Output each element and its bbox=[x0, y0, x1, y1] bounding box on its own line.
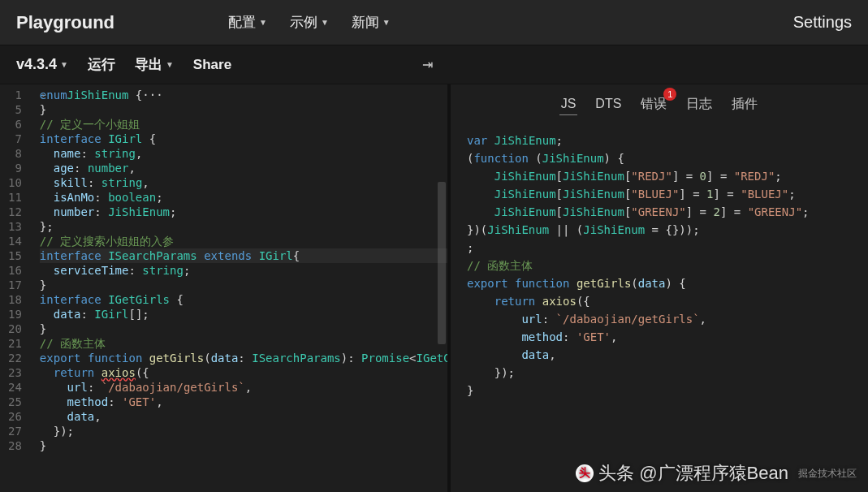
caret-down-icon: ▼ bbox=[321, 18, 329, 27]
scrollbar-vertical[interactable] bbox=[438, 182, 446, 344]
version-selector[interactable]: v4.3.4▼ bbox=[16, 56, 68, 73]
nav-config[interactable]: 配置▼ bbox=[228, 13, 267, 32]
run-arrow-icon[interactable]: ⇥ bbox=[422, 57, 433, 72]
editor-pane: 1567891011121314151617181920212223242526… bbox=[0, 84, 451, 492]
fold-icon[interactable]: › bbox=[41, 88, 46, 103]
tab-plugins[interactable]: 插件 bbox=[730, 93, 759, 116]
output-pane: JS DTS 错误 1 日志 插件 var JiShiEnum;(functio… bbox=[451, 84, 868, 492]
version-label: v4.3.4 bbox=[16, 56, 57, 73]
line-gutter: 1567891011121314151617181920212223242526… bbox=[0, 84, 28, 492]
tab-label: 错误 bbox=[641, 97, 667, 110]
tab-dts[interactable]: DTS bbox=[594, 93, 623, 114]
tab-js[interactable]: JS bbox=[559, 93, 578, 115]
nav-news[interactable]: 新闻▼ bbox=[352, 13, 391, 32]
caret-down-icon: ▼ bbox=[60, 60, 68, 69]
nav-label: 配置 bbox=[228, 13, 256, 32]
watermark-small: 掘金技术社区 bbox=[798, 467, 857, 481]
run-button[interactable]: 运行 bbox=[88, 55, 115, 74]
export-label: 导出 bbox=[135, 55, 162, 74]
watermark-text: 头条 @广漂程序猿Bean bbox=[598, 461, 788, 486]
export-button[interactable]: 导出▼ bbox=[135, 55, 174, 74]
top-bar: Playground 配置▼ 示例▼ 新闻▼ Settings bbox=[0, 0, 868, 45]
share-button[interactable]: Share bbox=[193, 57, 231, 73]
top-nav: 配置▼ 示例▼ 新闻▼ bbox=[228, 13, 391, 32]
main-split: 1567891011121314151617181920212223242526… bbox=[0, 84, 868, 492]
nav-label: 示例 bbox=[290, 13, 317, 32]
settings-link[interactable]: Settings bbox=[793, 13, 852, 32]
code-content[interactable]: enumJiShiEnum {···}// 定义一个小姐姐interface I… bbox=[28, 84, 447, 492]
caret-down-icon: ▼ bbox=[382, 18, 391, 27]
error-badge: 1 bbox=[663, 88, 676, 101]
nav-label: 新闻 bbox=[352, 13, 379, 32]
toutiao-icon: 头 bbox=[576, 464, 594, 482]
tab-errors[interactable]: 错误 1 bbox=[639, 93, 668, 116]
tab-logs[interactable]: 日志 bbox=[684, 93, 714, 116]
nav-examples[interactable]: 示例▼ bbox=[290, 13, 329, 32]
output-code[interactable]: var JiShiEnum;(function (JiShiEnum) { Ji… bbox=[459, 127, 860, 484]
output-tabs: JS DTS 错误 1 日志 插件 bbox=[451, 84, 868, 123]
brand: Playground bbox=[16, 12, 114, 33]
caret-down-icon: ▼ bbox=[259, 18, 267, 27]
sub-bar: v4.3.4▼ 运行 导出▼ Share ⇥ bbox=[0, 45, 868, 84]
caret-down-icon: ▼ bbox=[166, 60, 174, 69]
code-editor[interactable]: 1567891011121314151617181920212223242526… bbox=[0, 84, 447, 492]
watermark: 头 头条 @广漂程序猿Bean 掘金技术社区 bbox=[576, 461, 857, 486]
